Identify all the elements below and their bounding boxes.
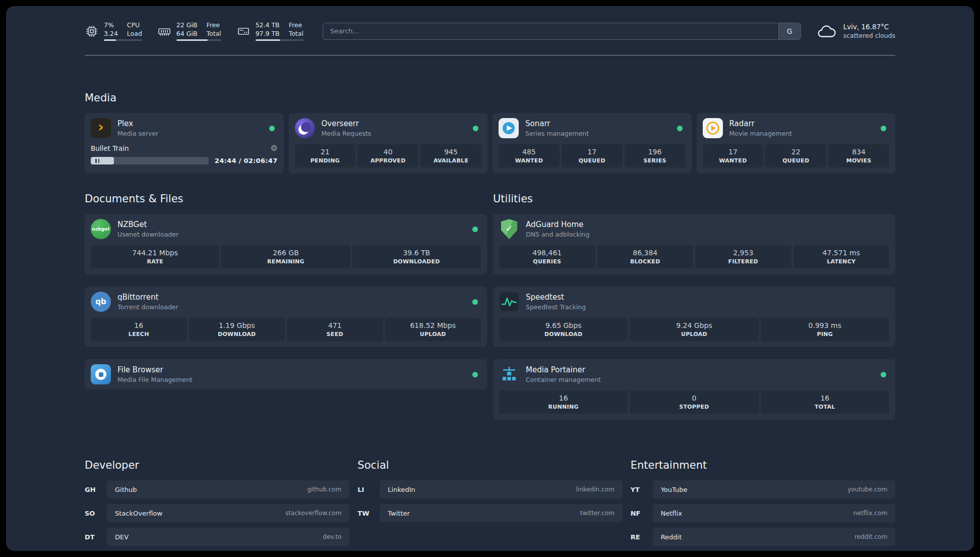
portainer-icon	[499, 364, 519, 384]
bookmark-row: RE Reddit reddit.com	[631, 528, 895, 546]
service-link-overseerr[interactable]: Overseerr Media Requests	[289, 113, 488, 143]
bookmark-stackoverflow[interactable]: StackOverflow stackoverflow.com	[107, 504, 349, 522]
service-desc: Torrent downloader	[117, 303, 466, 311]
nzbget-icon: nzbget	[91, 219, 111, 239]
memory-total-label: Total	[206, 30, 221, 38]
service-link-nzbget[interactable]: nzbget NZBGet Usenet downloader	[85, 214, 487, 244]
stat-box: 485 WANTED	[499, 144, 560, 168]
bookmark-linkedin[interactable]: LinkedIn linkedin.com	[380, 480, 622, 498]
service-name: Plex	[117, 119, 263, 128]
bookmark-dev[interactable]: DEV dev.to	[107, 528, 349, 546]
service-desc: Media Requests	[322, 130, 467, 137]
stat-box: 17 WANTED	[703, 144, 764, 168]
service-desc: DNS and adblocking	[526, 231, 889, 238]
search-provider-button[interactable]: G	[778, 23, 801, 39]
search-bar: G	[323, 23, 801, 40]
cpu-label: CPU	[127, 21, 142, 29]
weather-location-temp: Lviv, 16.87°C	[843, 23, 895, 31]
service-link-plex[interactable]: › Plex Media server	[85, 113, 284, 143]
stat-box: 16 TOTAL	[761, 391, 889, 414]
memory-total-value: 64 GiB	[176, 30, 198, 38]
service-name: NZBGet	[117, 220, 466, 229]
status-dot	[473, 126, 478, 131]
resource-widget-memory: 22 GiB Free 64 GiB Total	[157, 21, 221, 41]
weather-condition: scattered clouds	[843, 32, 895, 39]
memory-icon	[157, 24, 171, 38]
stat-box: 744.21 Mbps RATE	[91, 245, 219, 268]
service-link-adguard[interactable]: ✓ AdGuard Home DNS and adblocking	[493, 214, 895, 244]
service-desc: Media server	[117, 130, 263, 137]
service-desc: Series management	[525, 130, 670, 137]
service-link-portainer[interactable]: Media Portainer Container management	[493, 359, 895, 389]
stat-box: 945 AVAILABLE	[420, 144, 481, 168]
status-dot	[881, 126, 886, 131]
bookmark-group-title: Social	[357, 459, 622, 471]
service-card-nzbget: nzbget NZBGet Usenet downloader 744.21 M…	[85, 214, 487, 274]
bookmark-reddit[interactable]: Reddit reddit.com	[653, 528, 895, 546]
bookmark-group-social: Social LI LinkedIn linkedin.com TW Twitt…	[357, 459, 622, 528]
bookmark-abbr: TW	[357, 510, 380, 517]
bookmark-row: GH Github github.com	[85, 480, 349, 498]
gear-icon[interactable]: ⚙	[270, 144, 277, 152]
service-name: File Browser	[117, 365, 466, 374]
speedtest-icon	[499, 292, 519, 312]
stat-box: 0 STOPPED	[630, 391, 758, 414]
bookmark-row: LI LinkedIn linkedin.com	[357, 480, 622, 498]
cpu-progress-track	[104, 39, 142, 41]
status-dot	[472, 227, 478, 232]
service-link-radarr[interactable]: Radarr Movie management	[697, 113, 896, 143]
service-card-overseerr: Overseerr Media Requests 21 PENDING 40 A…	[289, 113, 488, 174]
stat-box: 834 MOVIES	[828, 144, 889, 168]
pause-icon[interactable]	[95, 159, 99, 163]
memory-free-label: Free	[206, 21, 221, 29]
resource-widget-disk: 52.4 TB Free 97.9 TB Total	[236, 21, 303, 41]
search-input[interactable]	[323, 23, 801, 40]
status-dot	[472, 372, 478, 377]
bookmark-group-title: Entertainment	[631, 459, 895, 471]
disk-icon	[236, 24, 251, 38]
cpu-percent: 7%	[104, 21, 118, 29]
service-link-sonarr[interactable]: Sonarr Series management	[493, 113, 692, 143]
status-dot	[269, 126, 275, 131]
qbittorrent-icon: qb	[91, 292, 111, 312]
group-documents: Documents & Files nzbget NZBGet Usenet d…	[85, 193, 487, 389]
plex-now-playing: Bullet Train ⚙ 24:44 / 02:06:47	[91, 144, 278, 164]
group-utilities: Utilities ✓ AdGuard Home DNS and adblock…	[493, 193, 895, 420]
cpu-load-value: 3.24	[104, 30, 118, 38]
overseerr-icon	[295, 118, 315, 138]
bookmark-youtube[interactable]: YouTube youtube.com	[653, 480, 895, 498]
dashboard-panel: 7% CPU 3.24 Load	[6, 6, 974, 551]
stat-box: 86,384 BLOCKED	[597, 245, 694, 268]
bookmark-netflix[interactable]: Netflix netflix.com	[653, 504, 895, 522]
bookmark-abbr: GH	[85, 486, 107, 493]
service-desc: Media File Management	[117, 376, 466, 383]
disk-total-label: Total	[289, 30, 303, 38]
topbar-divider	[85, 55, 895, 55]
bookmark-github[interactable]: Github github.com	[107, 480, 349, 498]
bookmark-twitter[interactable]: Twitter twitter.com	[380, 504, 622, 522]
service-card-speedtest: Speedtest Speedtest Tracking 9.65 Gbps D…	[493, 287, 895, 347]
bookmark-abbr: DT	[85, 533, 107, 541]
service-card-radarr: Radarr Movie management 17 WANTED 22 QUE…	[697, 113, 896, 174]
cloud-icon	[816, 23, 837, 40]
bookmark-row: TW Twitter twitter.com	[357, 504, 622, 522]
group-title-media: Media	[85, 92, 895, 104]
resource-widgets: 7% CPU 3.24 Load	[85, 21, 303, 41]
disk-progress-fill	[256, 39, 281, 41]
disk-free-label: Free	[289, 21, 303, 29]
memory-free-value: 22 GiB	[176, 21, 198, 29]
playback-progress-track[interactable]	[91, 157, 209, 164]
service-name: Speedtest	[526, 293, 889, 302]
bookmark-abbr: SO	[85, 510, 107, 517]
bookmark-row: SO StackOverflow stackoverflow.com	[85, 504, 349, 522]
service-link-qbittorrent[interactable]: qb qBittorrent Torrent downloader	[85, 287, 487, 317]
playback-progress-fill	[91, 157, 114, 164]
stat-box: 39.6 TB DOWNLOADED	[352, 245, 481, 268]
cpu-load-label: Load	[127, 30, 142, 38]
service-link-filebrowser[interactable]: File Browser Media File Management	[85, 359, 487, 389]
service-link-speedtest[interactable]: Speedtest Speedtest Tracking	[493, 287, 895, 317]
stat-box: 47.571 ms LATENCY	[793, 245, 890, 268]
stat-box: 16 RUNNING	[499, 391, 628, 414]
status-dot	[881, 372, 886, 377]
bookmark-group-entertainment: Entertainment YT YouTube youtube.com NF …	[631, 459, 895, 551]
